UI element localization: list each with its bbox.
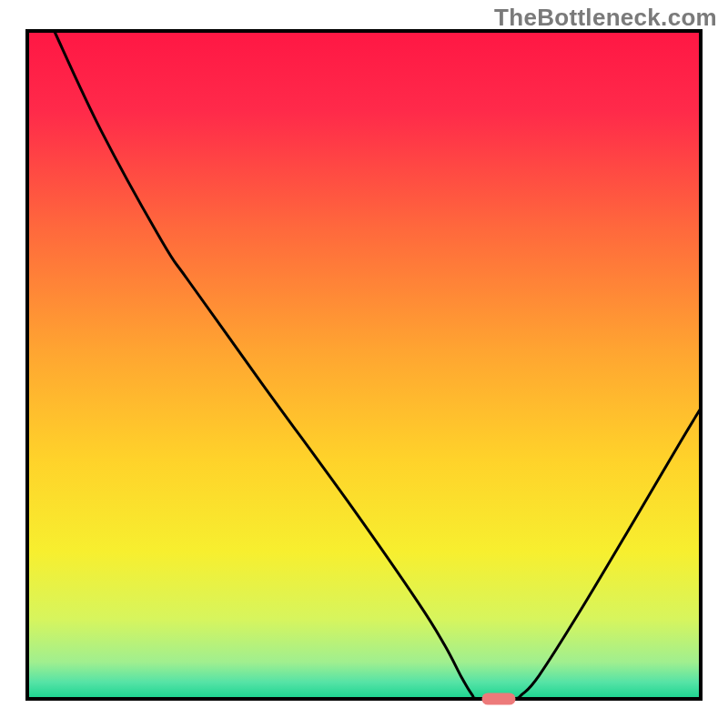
bottleneck-chart xyxy=(0,0,728,728)
optimal-marker xyxy=(482,693,516,704)
watermark-text: TheBottleneck.com xyxy=(494,4,717,32)
plot-background xyxy=(27,31,701,699)
